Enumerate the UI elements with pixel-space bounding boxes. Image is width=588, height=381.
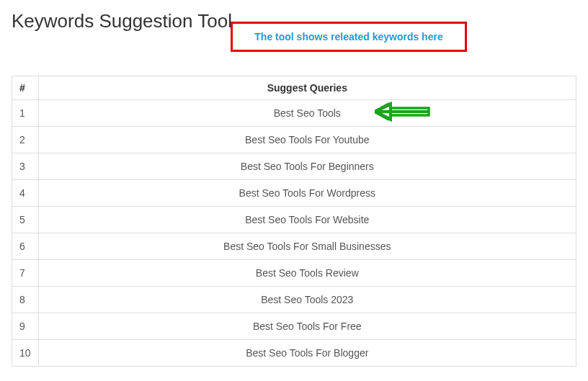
cell-query: Best Seo Tools For Website: [38, 207, 576, 233]
header-query: Suggest Queries: [38, 76, 576, 100]
cell-query: Best Seo Tools For Small Businesses: [38, 233, 576, 260]
cell-query: Best Seo Tools: [38, 100, 576, 127]
callout-text: The tool shows releated keywords here: [254, 31, 442, 42]
cell-query: Best Seo Tools Review: [38, 260, 576, 287]
cell-num: 9: [12, 313, 39, 340]
table-row: 9 Best Seo Tools For Free: [12, 313, 576, 340]
table-row: 10 Best Seo Tools For Blogger: [12, 340, 576, 367]
table-row: 2 Best Seo Tools For Youtube: [12, 127, 576, 153]
table-row: 4 Best Seo Tools For Wordpress: [12, 180, 576, 207]
cell-query: Best Seo Tools For Beginners: [38, 153, 576, 180]
cell-num: 1: [12, 100, 39, 127]
table-header-row: # Suggest Queries: [12, 76, 576, 100]
table-row: 5 Best Seo Tools For Website: [12, 207, 576, 233]
cell-num: 4: [12, 180, 39, 207]
table-row: 1 Best Seo Tools: [12, 100, 576, 127]
cell-query: Best Seo Tools For Youtube: [38, 127, 576, 153]
cell-num: 7: [12, 260, 39, 287]
cell-query: Best Seo Tools For Wordpress: [38, 180, 576, 207]
header-num: #: [12, 76, 39, 100]
cell-num: 8: [12, 287, 39, 313]
cell-query: Best Seo Tools For Blogger: [38, 340, 576, 367]
cell-num: 6: [12, 233, 39, 260]
table-row: 3 Best Seo Tools For Beginners: [12, 153, 576, 180]
cell-query: Best Seo Tools 2023: [38, 287, 576, 313]
cell-num: 5: [12, 207, 39, 233]
cell-num: 3: [12, 153, 39, 180]
callout-annotation: The tool shows releated keywords here: [231, 22, 467, 52]
cell-num: 2: [12, 127, 39, 153]
table-row: 6 Best Seo Tools For Small Businesses: [12, 233, 576, 260]
table-row: 7 Best Seo Tools Review: [12, 260, 576, 287]
suggestions-table: # Suggest Queries 1 Best Seo Tools 2 Bes…: [12, 76, 576, 367]
cell-query: Best Seo Tools For Free: [38, 313, 576, 340]
table-row: 8 Best Seo Tools 2023: [12, 287, 576, 313]
cell-num: 10: [12, 340, 39, 367]
